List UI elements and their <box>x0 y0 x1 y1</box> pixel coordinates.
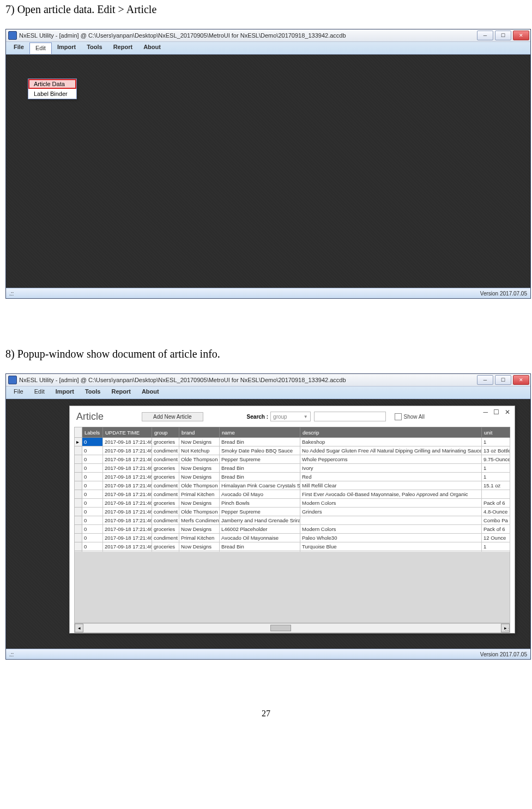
table-row[interactable]: 02017-09-18 17:21:46groceriesNow Designs… <box>75 499 510 508</box>
menu-edit[interactable]: Edit <box>29 43 52 54</box>
table-row[interactable]: ▸02017-09-18 17:21:46groceriesNow Design… <box>75 438 510 446</box>
table-row[interactable]: 02017-09-18 17:21:46condimentMerfs Condi… <box>75 516 510 525</box>
search-field-combo[interactable]: group▼ <box>270 412 311 421</box>
titlebar-2: NxESL Utility - [admin] @ C:\Users\yanpa… <box>6 374 530 387</box>
table-row[interactable]: 02017-09-18 17:21:46groceriesNow Designs… <box>75 473 510 481</box>
table-row[interactable]: 02017-09-18 17:21:46groceriesNow Designs… <box>75 525 510 534</box>
table-row[interactable]: 02017-09-18 17:21:46groceriesNow Designs… <box>75 464 510 473</box>
col-header[interactable] <box>75 427 82 438</box>
scroll-left-icon[interactable]: ◂ <box>75 624 83 632</box>
statusbar-2: .:: Version 2017.07.05 <box>6 649 530 659</box>
status-left: .:: <box>9 291 14 297</box>
search-label: Search : <box>247 414 268 420</box>
table-row[interactable]: 02017-09-18 17:21:46condimentNot Ketchup… <box>75 446 510 455</box>
titlebar: NxESL Utility - [admin] @ C:\Users\yanpa… <box>6 29 530 42</box>
menu-tools[interactable]: Tools <box>81 42 108 54</box>
menu-edit[interactable]: Edit <box>29 387 50 399</box>
workspace-2: ─ ☐ ✕ Article Add New Article Search : g… <box>6 399 530 649</box>
status-left: .:: <box>9 651 14 657</box>
edit-dropdown: Article Data Label Binder <box>28 79 77 99</box>
resize-grip-icon[interactable]: ..: <box>505 626 509 632</box>
popup-title: Article <box>76 411 104 422</box>
table-row[interactable]: 02017-09-18 17:21:46condimentPrimal Kitc… <box>75 490 510 499</box>
col-header[interactable]: name <box>220 427 300 438</box>
col-header[interactable]: UPDATE TIME <box>103 427 152 438</box>
window-title-2: NxESL Utility - [admin] @ C:\Users\yanpa… <box>19 377 475 383</box>
col-header[interactable]: descrip <box>300 427 482 438</box>
col-header[interactable]: brand <box>179 427 220 438</box>
table-row[interactable]: 02017-09-18 17:21:46condimentOlde Thomps… <box>75 508 510 516</box>
menu-label-binder[interactable]: Label Binder <box>28 89 76 99</box>
table-row[interactable]: 02017-09-18 17:21:46condimentOlde Thomps… <box>75 481 510 490</box>
maximize-button[interactable]: ☐ <box>495 375 511 385</box>
popup-close[interactable]: ✕ <box>505 408 510 416</box>
window-title: NxESL Utility - [admin] @ C:\Users\yanpa… <box>19 32 475 39</box>
page-number: 27 <box>5 709 527 719</box>
col-header[interactable]: unit <box>482 427 510 438</box>
menu-file[interactable]: File <box>8 42 29 54</box>
search-text-input[interactable] <box>314 412 386 421</box>
status-version: Version 2017.07.05 <box>480 651 527 657</box>
article-popup: ─ ☐ ✕ Article Add New Article Search : g… <box>69 406 515 633</box>
menubar-2: File Edit Import Tools Report About <box>6 387 530 399</box>
menu-article-data[interactable]: Article Data <box>28 79 76 89</box>
scroll-thumb[interactable] <box>270 625 291 631</box>
minimize-button[interactable]: ─ <box>477 31 493 40</box>
menu-report[interactable]: Report <box>106 387 136 399</box>
col-header[interactable]: Labels <box>82 427 103 438</box>
menu-import[interactable]: Import <box>52 42 81 54</box>
app-icon <box>8 31 17 40</box>
col-header[interactable]: group <box>152 427 179 438</box>
step-8: 8) Popup-window show document of article… <box>5 348 527 360</box>
statusbar: .:: Version 2017.07.05 <box>6 288 530 298</box>
menu-tools[interactable]: Tools <box>80 387 106 399</box>
grid-empty-area <box>74 552 510 623</box>
maximize-button[interactable]: ☐ <box>495 31 511 40</box>
app-window-1: NxESL Utility - [admin] @ C:\Users\yanpa… <box>5 29 531 299</box>
showall-checkbox[interactable]: Show All <box>395 413 425 420</box>
close-button[interactable]: ✕ <box>513 31 529 40</box>
article-grid[interactable]: LabelsUPDATE TIMEgroupbrandnamedescripun… <box>74 427 510 633</box>
minimize-button[interactable]: ─ <box>477 375 493 385</box>
menu-import[interactable]: Import <box>50 387 80 399</box>
menu-about[interactable]: About <box>138 42 166 54</box>
close-button[interactable]: ✕ <box>513 375 529 385</box>
chevron-down-icon: ▼ <box>304 414 308 419</box>
menubar: File Edit Import Tools Report About <box>6 42 530 55</box>
step-7: 7) Open article data. Edit > Article <box>5 3 527 16</box>
status-version: Version 2017.07.05 <box>480 291 527 297</box>
popup-maximize[interactable]: ☐ <box>493 408 499 416</box>
app-icon <box>8 376 17 384</box>
table-row[interactable]: 02017-09-18 17:21:46condimentOlde Thomps… <box>75 455 510 464</box>
menu-about[interactable]: About <box>136 387 165 399</box>
popup-minimize[interactable]: ─ <box>483 408 488 416</box>
table-row[interactable]: 02017-09-18 17:21:46condimentPrimal Kitc… <box>75 534 510 542</box>
add-article-button[interactable]: Add New Article <box>142 412 203 421</box>
horizontal-scrollbar[interactable]: ◂ ▸ <box>74 623 510 633</box>
app-window-2: NxESL Utility - [admin] @ C:\Users\yanpa… <box>5 373 531 660</box>
table-row[interactable]: 02017-09-18 17:21:46groceriesNow Designs… <box>75 542 510 551</box>
menu-file[interactable]: File <box>8 387 29 399</box>
menu-report[interactable]: Report <box>108 42 138 54</box>
workspace: Article Data Label Binder <box>6 55 530 288</box>
